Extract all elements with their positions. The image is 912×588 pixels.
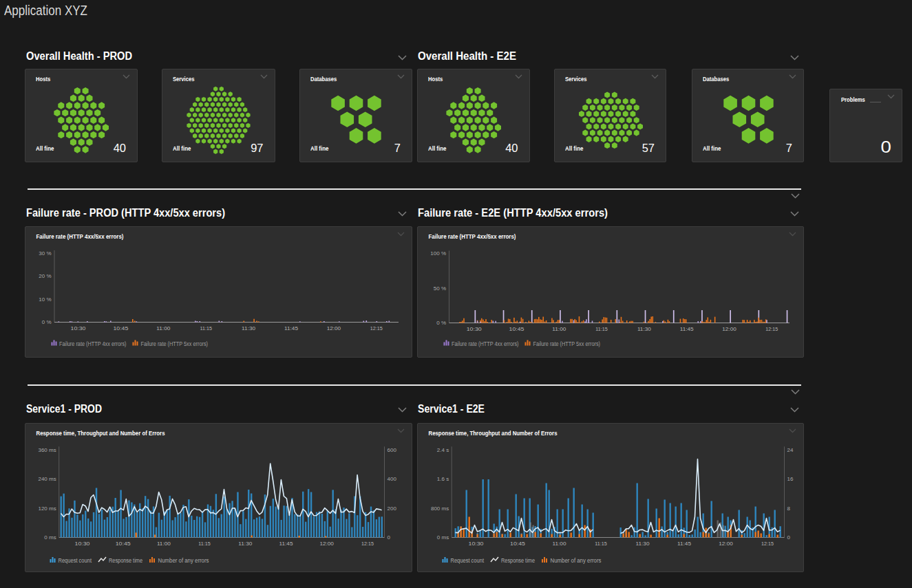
svg-text:Request count: Request count: [450, 557, 484, 564]
svg-text:12:15: 12:15: [361, 541, 373, 547]
svg-text:11:30: 11:30: [635, 541, 650, 547]
svg-text:Failure rate (HTTP 4xx/5xx err: Failure rate (HTTP 4xx/5xx errors): [36, 232, 123, 239]
svg-text:11:45: 11:45: [284, 325, 299, 331]
svg-text:12:15: 12:15: [765, 325, 778, 331]
svg-text:12:15: 12:15: [370, 325, 382, 331]
svg-text:12:00: 12:00: [319, 541, 334, 547]
svg-text:11:00: 11:00: [156, 541, 171, 547]
svg-text:Failure rate (HTTP 4xx/5xx err: Failure rate (HTTP 4xx/5xx errors): [428, 232, 516, 239]
svg-text:16: 16: [787, 476, 793, 482]
svg-text:11:45: 11:45: [679, 325, 694, 331]
svg-text:Failure rate (HTTP 5xx errors): Failure rate (HTTP 5xx errors): [533, 340, 600, 347]
svg-text:11:45: 11:45: [677, 541, 692, 547]
svg-text:24: 24: [787, 447, 793, 453]
svg-text:11:15: 11:15: [595, 541, 607, 547]
svg-text:11:30: 11:30: [637, 325, 651, 331]
svg-text:10:30: 10:30: [74, 541, 90, 547]
svg-text:Number of any errors: Number of any errors: [550, 557, 601, 564]
svg-text:Request count: Request count: [58, 557, 92, 564]
svg-text:600: 600: [387, 447, 396, 453]
svg-text:30 %: 30 %: [39, 250, 51, 256]
svg-text:Response time, Throughput and: Response time, Throughput and Number of …: [428, 430, 557, 437]
svg-text:8: 8: [787, 505, 790, 512]
svg-text:11:15: 11:15: [200, 325, 212, 331]
svg-text:10 %: 10 %: [39, 296, 51, 302]
svg-text:800 ms: 800 ms: [430, 505, 448, 512]
svg-text:11:00: 11:00: [552, 541, 566, 547]
svg-text:12:00: 12:00: [722, 325, 736, 331]
svg-text:Response time: Response time: [501, 557, 535, 564]
svg-text:10:30: 10:30: [466, 325, 482, 331]
svg-text:12:00: 12:00: [719, 541, 733, 547]
svg-text:11:00: 11:00: [156, 325, 171, 331]
svg-text:12:00: 12:00: [326, 325, 341, 331]
svg-text:0: 0: [387, 534, 390, 541]
svg-text:10:30: 10:30: [468, 541, 484, 547]
svg-text:0 %: 0 %: [436, 320, 446, 326]
svg-text:120 ms: 120 ms: [38, 505, 56, 512]
svg-text:100 %: 100 %: [430, 250, 446, 257]
svg-text:Failure rate (HTTP 4xx errors): Failure rate (HTTP 4xx errors): [452, 340, 519, 347]
svg-text:Failure rate (HTTP 4xx errors): Failure rate (HTTP 4xx errors): [59, 340, 127, 347]
svg-text:10:45: 10:45: [510, 541, 526, 547]
svg-text:240 ms: 240 ms: [38, 476, 56, 482]
svg-text:10:45: 10:45: [113, 325, 129, 331]
svg-text:Response time: Response time: [109, 557, 142, 564]
svg-text:2.4 s: 2.4 s: [436, 447, 448, 453]
svg-text:50 %: 50 %: [433, 285, 445, 291]
svg-text:0 ms: 0 ms: [44, 534, 56, 541]
svg-text:1.6 s: 1.6 s: [436, 476, 448, 482]
svg-text:Failure rate (HTTP 5xx errors): Failure rate (HTTP 5xx errors): [140, 340, 208, 347]
svg-text:11:00: 11:00: [552, 325, 566, 331]
svg-text:0 %: 0 %: [41, 319, 51, 325]
svg-text:Response time, Throughput and: Response time, Throughput and Number of …: [36, 430, 165, 437]
svg-text:11:30: 11:30: [238, 541, 253, 547]
svg-text:11:15: 11:15: [595, 325, 608, 331]
svg-text:20 %: 20 %: [39, 273, 51, 279]
svg-text:360 ms: 360 ms: [38, 447, 56, 453]
svg-text:Number of any errors: Number of any errors: [158, 557, 209, 564]
svg-text:400: 400: [387, 476, 396, 482]
svg-text:10:45: 10:45: [509, 325, 524, 331]
svg-text:0: 0: [787, 534, 790, 541]
svg-text:11:30: 11:30: [242, 325, 256, 331]
svg-text:10:30: 10:30: [70, 325, 86, 331]
svg-text:11:15: 11:15: [198, 541, 211, 547]
svg-text:200: 200: [387, 505, 396, 512]
svg-text:12:15: 12:15: [761, 541, 774, 547]
svg-text:10:45: 10:45: [115, 541, 131, 547]
svg-text:11:45: 11:45: [279, 541, 293, 547]
svg-text:0 ms: 0 ms: [436, 534, 448, 541]
